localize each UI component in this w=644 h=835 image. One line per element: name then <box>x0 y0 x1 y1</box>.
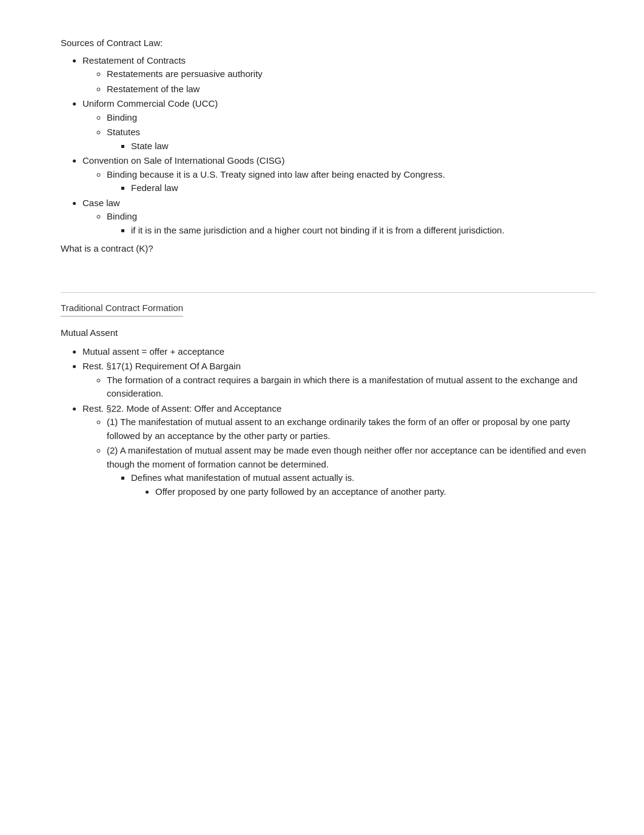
item-text: (2) A manifestation of mutual assent may… <box>107 445 586 469</box>
item-text: Restatement of Contracts <box>82 55 186 65</box>
item-text: Rest. §17(1) Requirement Of A Bargain <box>82 361 241 371</box>
item-text: Binding because it is a U.S. Treaty sign… <box>107 169 445 179</box>
list-item: Restatements are persuasive authority <box>107 67 595 81</box>
list-item: Restatement of the law <box>107 82 595 96</box>
list-item: State law <box>131 139 595 153</box>
item-text: (1) The manifestation of mutual assent t… <box>107 417 570 441</box>
list-item: Binding <box>107 111 595 125</box>
list-item: (2) A manifestation of mutual assent may… <box>107 444 595 498</box>
list-item: Binding because it is a U.S. Treaty sign… <box>107 168 595 195</box>
traditional-section: Traditional Contract Formation Mutual As… <box>61 292 595 499</box>
item-text: Defines what manifestation of mutual ass… <box>131 472 355 483</box>
level2-list: Binding if it is in the same jurisdictio… <box>82 210 595 237</box>
item-text: Restatement of the law <box>107 84 200 94</box>
list-item: Statutes State law <box>107 126 595 153</box>
traditional-section-title: Traditional Contract Formation <box>61 301 183 317</box>
level3-list: Defines what manifestation of mutual ass… <box>107 471 595 498</box>
item-text: Case law <box>82 198 120 208</box>
level4-list: Offer proposed by one party followed by … <box>131 485 595 499</box>
list-item: Convention on Sale of International Good… <box>82 154 595 195</box>
list-item: if it is in the same jurisdiction and a … <box>131 224 595 238</box>
mutual-assent-title: Mutual Assent <box>61 326 595 340</box>
level3-list: Federal law <box>107 181 595 195</box>
level2-list: Binding because it is a U.S. Treaty sign… <box>82 168 595 195</box>
item-text: Uniform Commercial Code (UCC) <box>82 98 218 109</box>
list-item: Rest. §22. Mode of Assent: Offer and Acc… <box>82 402 595 499</box>
list-item: Rest. §17(1) Requirement Of A Bargain Th… <box>82 360 595 401</box>
item-text: Mutual assent = offer + acceptance <box>82 346 224 357</box>
list-item: Defines what manifestation of mutual ass… <box>131 471 595 498</box>
list-item: Uniform Commercial Code (UCC) Binding St… <box>82 97 595 153</box>
item-text: Restatements are persuasive authority <box>107 69 263 79</box>
level3-list: State law <box>107 139 595 153</box>
list-item: Restatement of Contracts Restatements ar… <box>82 54 595 96</box>
item-text: State law <box>131 141 169 151</box>
list-item: Case law Binding if it is in the same ju… <box>82 196 595 238</box>
item-text: Statutes <box>107 127 140 137</box>
list-item: Federal law <box>131 181 595 195</box>
level2-list: (1) The manifestation of mutual assent t… <box>82 415 595 498</box>
item-text: Federal law <box>131 183 178 193</box>
item-text: if it is in the same jurisdiction and a … <box>131 225 505 235</box>
item-text: Convention on Sale of International Good… <box>82 155 285 166</box>
list-item: (1) The manifestation of mutual assent t… <box>107 415 595 443</box>
mutual-assent-list: Mutual assent = offer + acceptance Rest.… <box>61 345 595 499</box>
item-text: The formation of a contract requires a b… <box>107 375 577 399</box>
item-text: Rest. §22. Mode of Assent: Offer and Acc… <box>82 403 281 414</box>
list-item: Offer proposed by one party followed by … <box>155 485 595 499</box>
list-item: Binding if it is in the same jurisdictio… <box>107 210 595 237</box>
what-is-contract: What is a contract (K)? <box>61 242 595 256</box>
sources-section: Sources of Contract Law: Restatement of … <box>61 36 595 256</box>
level2-list: Binding Statutes State law <box>82 111 595 153</box>
list-item: Mutual assent = offer + acceptance <box>82 345 595 359</box>
sources-label: Sources of Contract Law: <box>61 36 595 50</box>
level2-list: Restatements are persuasive authority Re… <box>82 67 595 96</box>
sources-list: Restatement of Contracts Restatements ar… <box>61 54 595 238</box>
item-text: Binding <box>107 112 137 122</box>
item-text: Binding <box>107 211 137 221</box>
level3-list: if it is in the same jurisdiction and a … <box>107 224 595 238</box>
level2-list: The formation of a contract requires a b… <box>82 374 595 401</box>
list-item: The formation of a contract requires a b… <box>107 374 595 401</box>
